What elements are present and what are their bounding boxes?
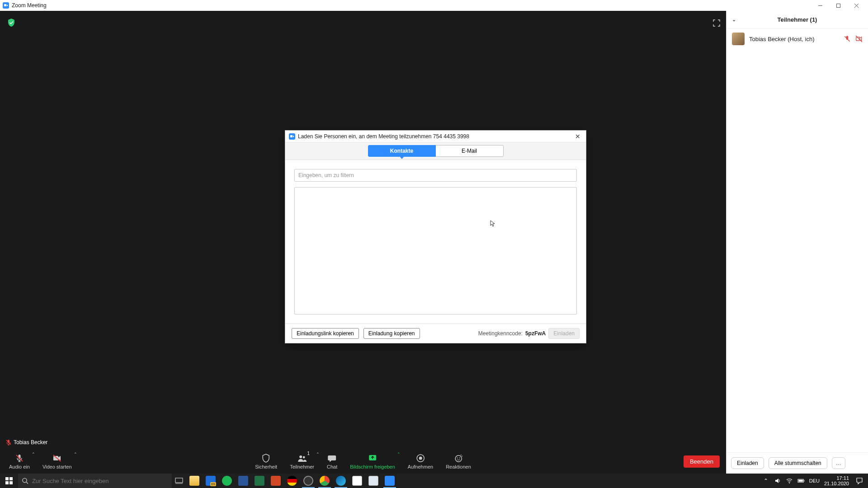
window-titlebar: Zoom Meeting <box>0 0 868 11</box>
self-name: Tobias Becker <box>14 439 47 446</box>
taskbar-app-explorer[interactable] <box>186 474 203 488</box>
taskbar-app-obs[interactable] <box>300 474 316 488</box>
taskbar-search-input[interactable] <box>32 478 168 484</box>
video-control[interactable]: ⌃ Video starten <box>36 449 78 474</box>
dialog-title: Laden Sie Personen ein, an dem Meeting t… <box>298 133 469 140</box>
video-off-icon <box>52 453 62 463</box>
participant-name: Tobias Becker (Host, ich) <box>749 36 839 42</box>
record-control[interactable]: Aufnehmen <box>401 449 439 474</box>
tray-language[interactable]: DEU <box>809 478 820 483</box>
taskbar-app-notepad[interactable] <box>349 474 365 488</box>
meeting-code-label: Meetingkenncode: <box>478 330 523 337</box>
taskbar-app-word[interactable] <box>235 474 251 488</box>
dialog-tabs: Kontakte E-Mail <box>285 142 586 160</box>
fullscreen-icon[interactable] <box>712 19 721 27</box>
search-icon <box>22 477 28 484</box>
svg-rect-20 <box>803 480 804 482</box>
invite-dialog: Laden Sie Personen ein, an dem Meeting t… <box>285 130 586 343</box>
taskbar-app-germany[interactable] <box>284 474 300 488</box>
window-title: Zoom Meeting <box>12 2 47 9</box>
record-icon <box>415 453 425 463</box>
participant-row[interactable]: Tobias Becker (Host, ich) <box>726 29 868 49</box>
windows-taskbar: 69 ⌃ DEU 17:11 21.10.2020 <box>0 474 868 488</box>
chat-control[interactable]: Chat <box>321 449 344 474</box>
security-control[interactable]: Sicherheit <box>249 449 283 474</box>
taskbar-app-spotify[interactable] <box>219 474 235 488</box>
meeting-code-value: 5pzFwA <box>525 330 546 337</box>
chevron-up-icon[interactable]: ⌃ <box>32 452 35 456</box>
participants-count-badge: 1 <box>307 451 310 456</box>
participants-panel: ⌄ Teilnehmer (1) Tobias Becker (Host, ic… <box>726 11 868 474</box>
end-meeting-button[interactable]: Beenden <box>684 455 720 468</box>
copy-invitation-button[interactable]: Einladung kopieren <box>363 328 420 339</box>
more-options-button[interactable]: … <box>832 457 845 469</box>
reactions-control[interactable]: Reaktionen <box>439 449 477 474</box>
chevron-down-icon[interactable]: ⌄ <box>732 17 736 23</box>
chat-icon <box>327 453 337 463</box>
audio-control[interactable]: ⌃ Audio ein <box>3 449 36 474</box>
audio-label: Audio ein <box>9 464 30 469</box>
participants-footer: Einladen Alle stummschalten … <box>726 452 868 474</box>
svg-rect-0 <box>836 4 840 7</box>
svg-rect-17 <box>175 483 183 484</box>
share-label: Bildschirm freigeben <box>350 464 395 469</box>
copy-link-button[interactable]: Einladungslink kopieren <box>292 328 359 339</box>
invite-button[interactable]: Einladen <box>731 457 764 469</box>
taskbar-app-chrome[interactable] <box>316 474 333 488</box>
window-close-button[interactable] <box>847 0 865 11</box>
chat-label: Chat <box>327 464 337 469</box>
svg-rect-13 <box>5 481 9 484</box>
wifi-icon[interactable] <box>786 477 793 484</box>
tray-date: 21.10.2020 <box>824 481 849 486</box>
taskbar-app-excel[interactable] <box>251 474 268 488</box>
security-label: Sicherheit <box>255 464 277 469</box>
participants-title: Teilnehmer (1) <box>778 16 817 23</box>
start-button[interactable] <box>0 474 18 488</box>
avatar <box>732 33 745 45</box>
taskbar-app-powerpoint[interactable] <box>268 474 284 488</box>
mail-badge: 69 <box>210 482 216 486</box>
zoom-icon <box>289 133 295 140</box>
svg-point-2 <box>299 455 302 458</box>
tab-email[interactable]: E-Mail <box>436 145 504 157</box>
chevron-up-icon[interactable]: ⌃ <box>316 452 320 456</box>
window-maximize-button[interactable] <box>829 0 847 11</box>
task-view-button[interactable] <box>172 474 186 488</box>
chevron-up-icon[interactable]: ⌃ <box>397 452 401 456</box>
volume-icon[interactable] <box>774 477 781 484</box>
mic-muted-icon <box>14 453 24 463</box>
tray-chevron-icon[interactable]: ⌃ <box>762 477 769 484</box>
windows-logo-icon <box>5 477 13 484</box>
share-screen-control[interactable]: ⌃ Bildschirm freigeben <box>344 449 401 474</box>
dialog-footer: Einladungslink kopieren Einladung kopier… <box>285 324 586 343</box>
svg-point-9 <box>459 458 460 459</box>
chevron-up-icon[interactable]: ⌃ <box>74 452 77 456</box>
dialog-invite-button: Einladen <box>548 328 580 339</box>
svg-rect-21 <box>798 480 803 482</box>
taskbar-app-edge[interactable] <box>333 474 349 488</box>
reactions-icon <box>453 453 463 463</box>
mic-muted-icon <box>844 35 851 42</box>
zoom-icon <box>3 2 9 9</box>
record-label: Aufnehmen <box>408 464 433 469</box>
video-label: Video starten <box>42 464 72 469</box>
dialog-titlebar: Laden Sie Personen ein, an dem Meeting t… <box>285 131 586 142</box>
svg-point-15 <box>23 478 27 482</box>
encryption-shield-icon[interactable] <box>7 18 15 27</box>
contacts-filter-input[interactable] <box>294 169 577 182</box>
notification-center-button[interactable] <box>854 474 865 488</box>
mute-all-button[interactable]: Alle stummschalten <box>769 457 827 469</box>
shield-icon <box>261 453 271 463</box>
tab-contacts[interactable]: Kontakte <box>368 145 436 157</box>
mic-muted-icon <box>5 439 12 446</box>
battery-icon[interactable] <box>797 477 805 484</box>
taskbar-search[interactable] <box>18 474 172 488</box>
taskbar-app-generic[interactable] <box>365 474 382 488</box>
taskbar-app-mail[interactable]: 69 <box>203 474 219 488</box>
participants-control[interactable]: 1 ⌃ Teilnehmer <box>283 449 321 474</box>
window-minimize-button[interactable] <box>811 0 829 11</box>
tray-clock[interactable]: 17:11 21.10.2020 <box>824 475 849 486</box>
taskbar-app-zoom[interactable] <box>382 474 398 488</box>
svg-rect-12 <box>9 477 13 480</box>
dialog-close-button[interactable]: ✕ <box>573 132 582 141</box>
